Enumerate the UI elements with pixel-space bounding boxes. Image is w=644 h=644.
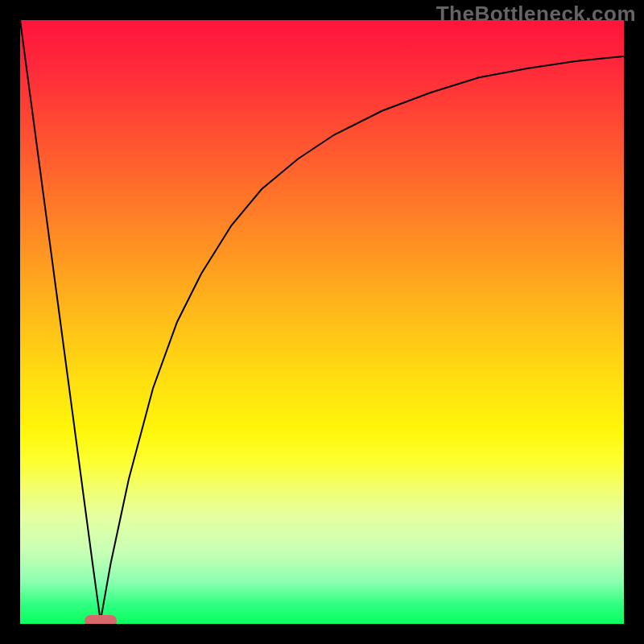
plot-area — [20, 20, 624, 624]
curve-left-branch — [20, 20, 101, 621]
chart-frame: TheBottleneck.com — [0, 0, 644, 644]
watermark-text: TheBottleneck.com — [436, 2, 636, 27]
curve-right-branch — [101, 56, 624, 621]
curve-layer — [20, 20, 624, 624]
bottleneck-marker — [85, 615, 117, 624]
